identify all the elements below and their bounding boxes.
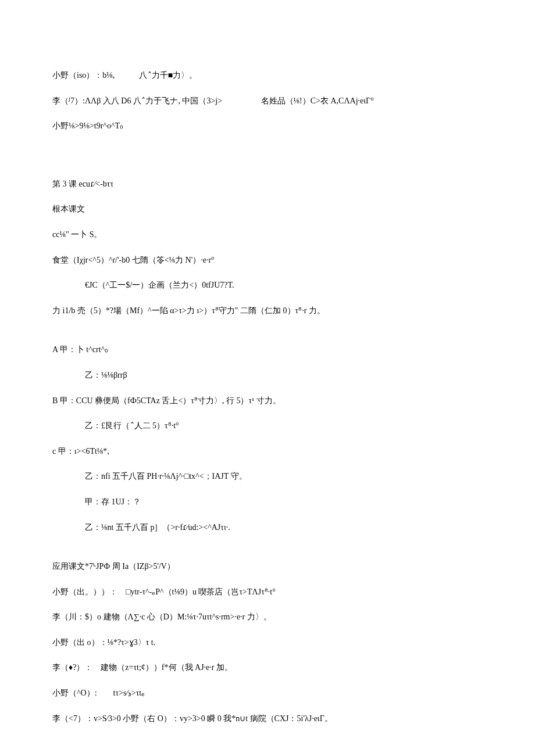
text-line: €JC（^工一$/一）企画（兰力<）0tfJU7?T. bbox=[52, 280, 483, 291]
text-line: 食堂（Iχjr<^5）^r/'-b0 七隋（笭<⅛力 N'）·e·r° bbox=[52, 255, 483, 266]
dialogue-line: A 甲：卜 t^crt^₀ bbox=[52, 344, 483, 356]
dialogue-line: 小野（出 o）：⅛*?τ>ɣ3〉τ t. bbox=[52, 637, 483, 648]
text-line: 李（ᴶ7）:ΛΛβ 入八 D6 八 ̂力于飞ナ, 中国（3>j> 名姓品（⅛!）… bbox=[52, 95, 483, 107]
section-heading: 应用课文*7ᴸJPФ 周 Ia（IZβ>5'/V） bbox=[52, 561, 483, 572]
dialogue-line: 乙：⅛nt 五千八百 p］（>r·fɾ⁄ud:><^AJτι·. bbox=[52, 522, 483, 533]
section-heading: 根本课文 bbox=[52, 203, 483, 215]
dialogue-line: 小野（^O）: tτ>s⁄₃>τtₑ bbox=[52, 687, 483, 699]
document-page: 小野（iso）：b⅛, 八 ̂力千■力〉。 李（ᴶ7）:ΛΛβ 入八 D6 八 … bbox=[0, 0, 535, 756]
dialogue-line: 甲：存 1UJ：？ bbox=[52, 496, 483, 508]
lesson-heading: 第 3 课 ecuɾ⁄<-bττ bbox=[52, 178, 483, 190]
text-line: cc⅛" 一卜 S。 bbox=[52, 229, 483, 241]
dialogue-line: 乙：nfi 五千八百 PH·r·⅛Λj^·□tx^<；IAJT 守。 bbox=[52, 471, 483, 482]
text-line: 小野⅛>9⅛>t9r^o^T₀ bbox=[52, 120, 483, 132]
text-line: 小野（iso）：b⅛, 八 ̂力千■力〉。 bbox=[52, 70, 483, 81]
text-line: 力 i1/b 売（5）*?場（Mf）^一陷 α>τ>力 ı>）τ⁸守力" 二隋（… bbox=[52, 305, 483, 317]
dialogue-line: 小野（出。））： □ytr-τ^-ₑP^（t⅛9）u 喫茶店（岂τ>TΛJτ⁸·… bbox=[52, 586, 483, 598]
dialogue-line: c 甲：ı><6Tt⅛*, bbox=[52, 446, 483, 457]
dialogue-line: 李（♦?）： 建物（z=τt;¢））f*何（我 AJ·e·r 加。 bbox=[52, 662, 483, 673]
dialogue-line: 李（<7）：v>S⁄3>0 小野（右 O）：vy>3>0 瞬 0 我*n∪t 病… bbox=[52, 713, 483, 725]
dialogue-line: 乙：£艮行（ ̂人二 5）τ⁸·t° bbox=[52, 420, 483, 432]
dialogue-line: 乙：⅛⅛βrrβ bbox=[52, 370, 483, 381]
dialogue-line: B 甲：CCU 彝便局（fФ5CTAz 舌上<）τ⁸寸力〉, 行 5）τ¹ 寸力… bbox=[52, 395, 483, 407]
dialogue-line: 李（川：$）o 建物（Λ∑·c 心（D）M:⅛τ·7uτt^s·rm>·e·r … bbox=[52, 611, 483, 623]
